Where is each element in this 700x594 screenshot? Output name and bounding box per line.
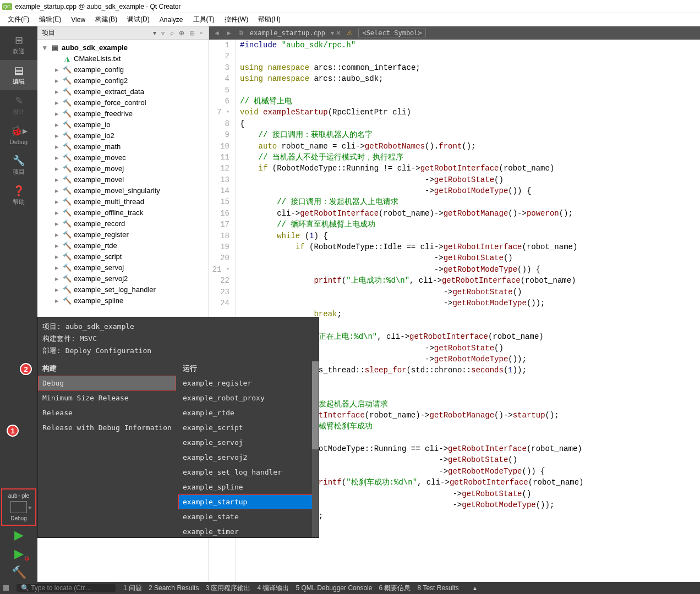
mode-help[interactable]: ❓帮助 xyxy=(0,180,37,211)
nav-fwd-icon[interactable]: ► xyxy=(226,29,232,37)
tree-item-example_extract_data[interactable]: ▸🔨example_extract_data xyxy=(37,86,209,97)
tree-item-example_movec[interactable]: ▸🔨example_movec xyxy=(37,152,209,163)
run-button[interactable]: ▶ xyxy=(0,526,37,544)
build-option-release[interactable]: Release xyxy=(38,405,178,420)
menu-edit[interactable]: 编辑(E) xyxy=(36,14,64,25)
run-option-example_spline[interactable]: example_spline xyxy=(178,480,319,494)
tree-item-example_offline_track[interactable]: ▸🔨example_offline_track xyxy=(37,207,209,218)
status-item[interactable]: 5 QML Debugger Console xyxy=(296,584,372,592)
status-chevron-icon[interactable]: ▴ xyxy=(473,584,477,592)
run-option-example_servoj[interactable]: example_servoj xyxy=(178,435,319,450)
run-option-example_register[interactable]: example_register xyxy=(178,376,319,391)
popup-kit-line: 构建套件: MSVC xyxy=(38,333,319,345)
status-item[interactable]: 2 Search Results xyxy=(149,584,199,592)
tree-item-example_force_control[interactable]: ▸🔨example_force_control xyxy=(37,97,209,108)
tree-item-example_multi_thread[interactable]: ▸🔨example_multi_thread xyxy=(37,196,209,207)
tree-item-example_record[interactable]: ▸🔨example_record xyxy=(37,218,209,229)
tree-item-example_math[interactable]: ▸🔨example_math xyxy=(37,141,209,152)
menu-help[interactable]: 帮助(H) xyxy=(255,14,284,25)
editor-toolbar: ◄ ► 🗎 example_startup.cpp ▾ ✕ ⚠ <Select … xyxy=(209,26,700,40)
mode-project[interactable]: 🔧项目 xyxy=(0,150,37,180)
tree-item-example_rtde[interactable]: ▸🔨example_rtde xyxy=(37,240,209,251)
symbol-selector[interactable]: <Select Symbol> xyxy=(358,29,425,37)
file-type-icon: 🗎 xyxy=(238,29,244,37)
locator-input[interactable]: 🔍 Type to locate (Ctr… xyxy=(17,584,116,592)
badge-1: 1 xyxy=(7,425,19,437)
kit-popup: 项目: aubo_sdk_example 构建套件: MSVC 部署: Depl… xyxy=(37,317,319,538)
build-option-debug[interactable]: Debug xyxy=(38,376,176,391)
tree-item-example_config[interactable]: ▸🔨example_config xyxy=(37,64,209,75)
status-item[interactable]: 8 Test Results xyxy=(417,584,458,592)
kit-project-label: aub···ple xyxy=(3,492,34,500)
run-option-example_state[interactable]: example_state xyxy=(178,509,319,524)
run-config-column: 运行 example_registerexample_robot_proxyex… xyxy=(178,361,319,537)
project-pane-header: 项目 ▾ ▿ ⌕ ⊕ ⊟ ▫ xyxy=(37,26,209,40)
build-option-minimum-size-release[interactable]: Minimum Size Release xyxy=(38,391,178,405)
menu-view[interactable]: View xyxy=(68,15,89,25)
status-item[interactable]: 4 编译输出 xyxy=(257,584,289,592)
status-square-icon[interactable] xyxy=(3,585,9,591)
tree-item-example_config2[interactable]: ▸🔨example_config2 xyxy=(37,75,209,86)
run-option-example_startup[interactable]: example_startup xyxy=(178,494,316,509)
mode-edit[interactable]: ▤编辑 xyxy=(0,60,37,90)
run-option-example_set_log_handler[interactable]: example_set_log_handler xyxy=(178,465,319,480)
kit-config-label: Debug xyxy=(3,514,34,522)
tree-item-example_script[interactable]: ▸🔨example_script xyxy=(37,251,209,262)
tree-item-example_movej[interactable]: ▸🔨example_movej xyxy=(37,163,209,174)
menu-build[interactable]: 构建(B) xyxy=(92,14,121,25)
tree-item-example_movel_singularity[interactable]: ▸🔨example_movel_singularity xyxy=(37,185,209,196)
tree-cmake[interactable]: ◮CMakeLists.txt xyxy=(37,53,209,64)
file-dropdown-icon[interactable]: ▾ ✕ xyxy=(331,29,341,37)
menu-debug[interactable]: 调试(D) xyxy=(124,14,153,25)
tree-item-example_movel[interactable]: ▸🔨example_movel xyxy=(37,174,209,185)
tree-item-example_set_log_handler[interactable]: ▸🔨example_set_log_handler xyxy=(37,284,209,295)
monitor-icon xyxy=(10,501,27,513)
run-option-example_servoj2[interactable]: example_servoj2 xyxy=(178,450,319,465)
run-option-example_robot_proxy[interactable]: example_robot_proxy xyxy=(178,391,319,405)
popup-scrollbar[interactable] xyxy=(312,361,319,537)
warning-icon: ⚠ xyxy=(347,29,353,37)
mode-bar: ⊞欢迎 ▤编辑 ✎设计 🐞▸Debug 🔧项目 ❓帮助 aub···ple De… xyxy=(0,26,37,582)
tree-item-example_io2[interactable]: ▸🔨example_io2 xyxy=(37,130,209,141)
project-pane-title: 项目 xyxy=(42,28,55,37)
app-icon: QC xyxy=(2,3,12,10)
tree-item-example_servoj[interactable]: ▸🔨example_servoj xyxy=(37,262,209,273)
tree-item-example_servoj2[interactable]: ▸🔨example_servoj2 xyxy=(37,273,209,284)
tree-item-example_io[interactable]: ▸🔨example_io xyxy=(37,119,209,130)
run-option-example_rtde[interactable]: example_rtde xyxy=(178,405,319,420)
status-item[interactable]: 1 问题 xyxy=(123,584,142,592)
window-title: example_startup.cpp @ aubo_sdk_example -… xyxy=(15,3,181,10)
status-bar: 🔍 Type to locate (Ctr… 1 问题2 Search Resu… xyxy=(0,582,700,594)
run-column-header: 运行 xyxy=(178,361,319,376)
menu-analyze[interactable]: Analyze xyxy=(156,15,187,25)
menu-file[interactable]: 文件(F) xyxy=(4,14,32,25)
project-pane-tools[interactable]: ▾ ▿ ⌕ ⊕ ⊟ ▫ xyxy=(153,29,204,37)
tree-item-example_freedrive[interactable]: ▸🔨example_freedrive xyxy=(37,108,209,119)
build-option-release-with-debug-information[interactable]: Release with Debug Information xyxy=(38,420,178,435)
mode-design[interactable]: ✎设计 xyxy=(0,90,37,120)
title-bar: QC example_startup.cpp @ aubo_sdk_exampl… xyxy=(0,0,700,13)
debug-run-button[interactable]: ▶🐞 xyxy=(0,544,37,563)
run-option-example_timer[interactable]: example_timer xyxy=(178,524,319,537)
menu-bar: 文件(F) 编辑(E) View 构建(B) 调试(D) Analyze 工具(… xyxy=(0,13,700,26)
build-config-column: 构建 DebugMinimum Size ReleaseReleaseRelea… xyxy=(38,361,178,537)
editor-filename[interactable]: example_startup.cpp xyxy=(250,29,325,37)
mode-debug[interactable]: 🐞▸Debug xyxy=(0,120,37,150)
status-item[interactable]: 6 概要信息 xyxy=(379,584,411,592)
kit-selector[interactable]: aub···ple Debug xyxy=(1,488,36,526)
nav-back-icon[interactable]: ◄ xyxy=(214,29,220,37)
badge-2: 2 xyxy=(20,363,32,375)
tree-item-example_spline[interactable]: ▸🔨example_spline xyxy=(37,295,209,306)
popup-deploy-line: 部署: Deploy Configuration xyxy=(38,345,319,357)
menu-tools[interactable]: 工具(T) xyxy=(190,14,218,25)
menu-widgets[interactable]: 控件(W) xyxy=(221,14,251,25)
status-item[interactable]: 3 应用程序输出 xyxy=(205,584,250,592)
popup-project-line: 项目: aubo_sdk_example xyxy=(38,321,319,333)
build-column-header: 构建 xyxy=(38,361,178,376)
tree-root[interactable]: ▾▣aubo_sdk_example xyxy=(37,42,209,53)
build-button[interactable]: 🔨 xyxy=(0,563,37,582)
run-option-example_script[interactable]: example_script xyxy=(178,420,319,435)
tree-item-example_register[interactable]: ▸🔨example_register xyxy=(37,229,209,240)
mode-welcome[interactable]: ⊞欢迎 xyxy=(0,30,37,60)
